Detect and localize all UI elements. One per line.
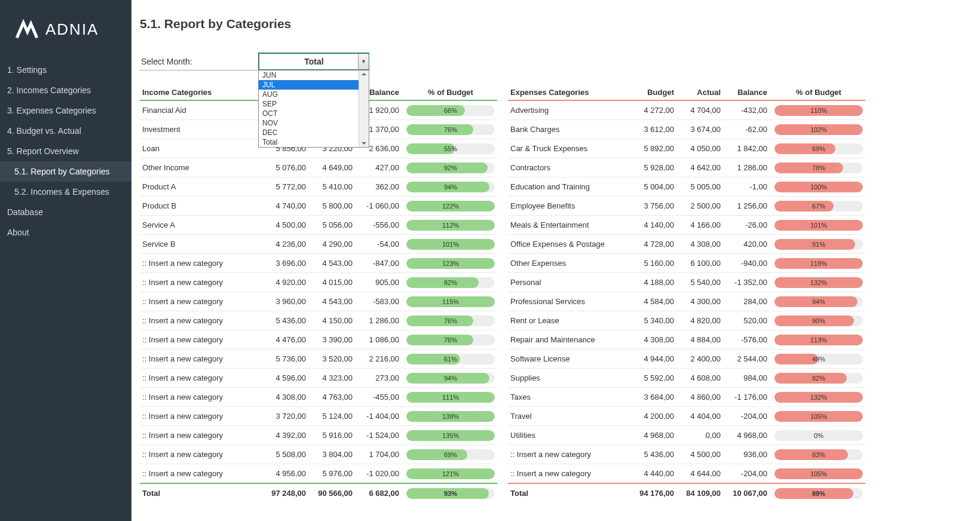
progress-bar: 110% <box>774 105 863 116</box>
pct-cell: 61% <box>402 350 497 369</box>
table-row: Software License4 944,002 400,002 544,00… <box>508 350 865 369</box>
sidebar-item[interactable]: 3. Expenses Categories <box>0 100 131 121</box>
progress-bar: 66% <box>406 105 495 116</box>
budget-cell: 4 236,00 <box>262 235 308 254</box>
balance-cell: -1 352,00 <box>723 273 770 292</box>
actual-cell: 5 916,00 <box>308 426 355 445</box>
progress-bar: 82% <box>774 373 863 384</box>
sidebar-item[interactable]: 5.1. Report by Categories <box>0 161 131 182</box>
sidebar-item[interactable]: 4. Budget vs. Actual <box>0 121 131 141</box>
budget-cell: 4 920,00 <box>262 273 308 292</box>
actual-cell: 4 543,00 <box>308 292 355 311</box>
pct-cell: 94% <box>402 177 497 197</box>
pct-cell: 83% <box>770 445 865 464</box>
col-header: Balance <box>723 84 770 100</box>
dropdown-option[interactable]: JUL <box>259 80 369 90</box>
progress-bar: 105% <box>774 468 863 479</box>
sidebar-item[interactable]: 5.2. Incomes & Expenses <box>0 182 131 202</box>
balance-cell: -204,00 <box>723 407 770 426</box>
pct-cell: 90% <box>770 311 865 330</box>
table-row: Repair and Maintenance4 308,004 884,00-5… <box>508 330 865 350</box>
budget-cell: 4 392,00 <box>262 426 308 445</box>
pct-cell: 82% <box>402 273 497 292</box>
actual-cell: 4 649,00 <box>308 158 355 177</box>
dropdown-option[interactable]: AUG <box>259 90 369 99</box>
pct-cell: 82% <box>770 369 865 388</box>
sidebar-item[interactable]: About <box>0 222 131 243</box>
pct-cell: 135% <box>402 426 497 445</box>
balance-cell: -54,00 <box>355 235 402 254</box>
sidebar-item[interactable]: Database <box>0 202 131 222</box>
balance-cell: -455,00 <box>355 388 402 407</box>
actual-cell: 3 804,00 <box>308 445 355 464</box>
pct-cell: 132% <box>770 273 865 292</box>
category-cell: Office Expenses & Postage <box>508 235 630 254</box>
progress-bar: 92% <box>406 163 495 173</box>
col-header: Expenses Categories <box>508 84 630 100</box>
balance-cell: -204,00 <box>723 464 770 484</box>
progress-bar: 118% <box>774 258 863 269</box>
category-cell: :: Insert a new category <box>140 330 262 350</box>
pct-cell: 55% <box>402 139 497 158</box>
pct-cell: 105% <box>770 464 865 484</box>
dropdown-option[interactable]: JUN <box>259 71 369 80</box>
table-row: Education and Training5 004,005 005,00-1… <box>508 177 865 197</box>
pct-cell: 94% <box>402 369 497 388</box>
budget-cell: 4 272,00 <box>630 100 676 120</box>
balance-cell: -556,00 <box>355 216 402 235</box>
category-cell: Service A <box>140 216 262 235</box>
progress-bar: 55% <box>406 143 495 154</box>
pct-cell: 115% <box>402 292 497 311</box>
pct-cell: 110% <box>770 100 865 120</box>
balance-cell: -583,00 <box>355 292 402 311</box>
dropdown-option[interactable]: SEP <box>259 99 369 109</box>
actual-cell: 90 566,00 <box>308 483 355 502</box>
balance-cell: 362,00 <box>355 177 402 197</box>
category-cell: Education and Training <box>508 177 630 197</box>
col-header: Income Categories <box>140 84 262 100</box>
table-row: :: Insert a new category4 596,004 323,00… <box>140 369 497 388</box>
category-cell: :: Insert a new category <box>140 350 262 369</box>
dropdown-option[interactable]: DEC <box>259 128 369 137</box>
actual-cell: 4 300,00 <box>676 292 723 311</box>
pct-cell: 132% <box>770 388 865 407</box>
dropdown-option[interactable]: OCT <box>259 109 369 118</box>
budget-cell: 5 592,00 <box>630 369 676 388</box>
progress-bar: 101% <box>774 220 863 231</box>
budget-cell: 3 960,00 <box>262 292 308 311</box>
balance-cell: 6 682,00 <box>355 483 402 502</box>
col-header: Budget <box>630 84 676 100</box>
dropdown-scrollbar[interactable] <box>359 71 369 147</box>
pct-cell: 123% <box>402 254 497 273</box>
table-row: :: Insert a new category3 696,004 543,00… <box>140 254 497 273</box>
table-row: :: Insert a new category5 508,003 804,00… <box>140 445 497 464</box>
table-row: Supplies5 592,004 608,00984,0082% <box>508 369 865 388</box>
dropdown-option[interactable]: NOV <box>259 118 369 128</box>
balance-cell: -1 020,00 <box>355 464 402 484</box>
category-cell: Rent or Lease <box>508 311 630 330</box>
budget-cell: 4 956,00 <box>262 464 308 484</box>
sidebar: ADNIA 1. Settings2. Incomes Categories3.… <box>0 0 131 521</box>
actual-cell: 5 124,00 <box>308 407 355 426</box>
month-select[interactable]: Total ▼ <box>258 53 369 71</box>
sidebar-item[interactable]: 5. Report Overview <box>0 141 131 161</box>
sidebar-item[interactable]: 2. Incomes Categories <box>0 80 131 100</box>
progress-bar: 67% <box>774 201 863 212</box>
category-cell: Total <box>508 483 630 502</box>
actual-cell: 5 976,00 <box>308 464 355 484</box>
balance-cell: 4 968,00 <box>723 426 770 445</box>
balance-cell: -940,00 <box>723 254 770 273</box>
progress-bar: 105% <box>774 411 863 422</box>
col-header: % of Budget <box>402 84 497 100</box>
progress-bar: 90% <box>774 315 863 326</box>
expense-table: Expenses CategoriesBudgetActualBalance% … <box>508 84 865 502</box>
category-cell: :: Insert a new category <box>140 369 262 388</box>
dropdown-option[interactable]: Total <box>259 137 369 147</box>
table-row: Total94 176,0084 109,0010 067,0089% <box>508 483 865 502</box>
actual-cell: 5 540,00 <box>676 273 723 292</box>
budget-cell: 3 720,00 <box>262 407 308 426</box>
dropdown-trigger-icon[interactable]: ▼ <box>358 54 369 69</box>
progress-bar: 94% <box>774 296 863 307</box>
sidebar-item[interactable]: 1. Settings <box>0 60 131 80</box>
budget-cell: 4 476,00 <box>262 330 308 350</box>
